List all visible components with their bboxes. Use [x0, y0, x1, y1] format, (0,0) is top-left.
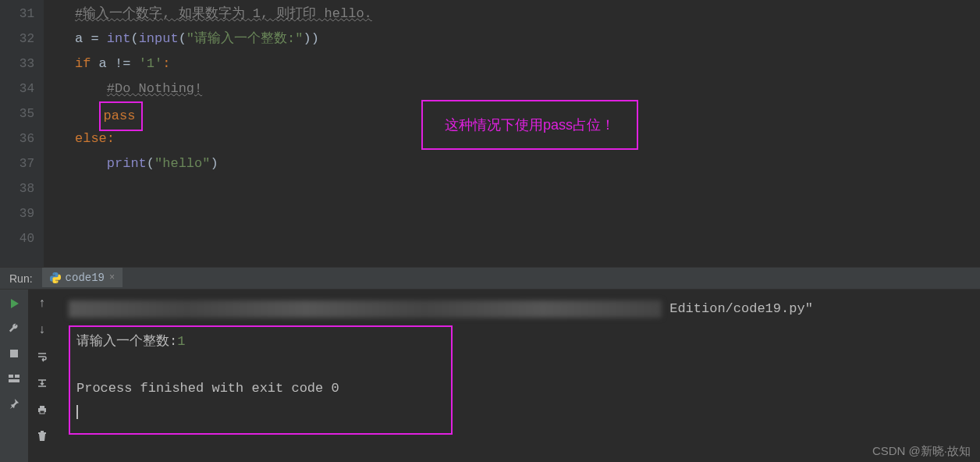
soft-wrap-icon[interactable] [34, 349, 50, 364]
svg-rect-2 [15, 375, 20, 378]
console-line: Process finished with exit code 0 [76, 377, 445, 400]
console-line [76, 354, 445, 377]
close-icon[interactable]: × [109, 272, 115, 283]
line-number: 36 [0, 126, 34, 151]
run-toolbar-primary [0, 290, 28, 462]
scroll-to-end-icon[interactable] [34, 375, 50, 391]
svg-rect-7 [40, 410, 44, 414]
console-line: Edition/code19.py" [69, 297, 968, 321]
code-line: a = int(input("请输入一个整数:")) [75, 27, 980, 52]
run-header: Run: code19 × [0, 268, 980, 290]
run-icon[interactable] [6, 296, 22, 311]
annotation-box: 这种情况下使用pass占位！ [421, 100, 638, 150]
code-line [75, 176, 980, 201]
console-output[interactable]: Edition/code19.py" 请输入一个整数:1 Process fin… [56, 290, 980, 462]
code-line: #Do Nothing! [75, 76, 980, 101]
run-label: Run: [0, 272, 42, 285]
blurred-path [69, 300, 662, 318]
svg-rect-3 [9, 379, 20, 382]
watermark: CSDN @新晓·故知 [872, 444, 971, 459]
line-number: 32 [0, 27, 34, 52]
svg-rect-0 [10, 350, 18, 357]
line-gutter: 31 32 33 34 35 36 37 38 39 40 [0, 0, 44, 267]
code-content[interactable]: #输入一个数字, 如果数字为 1, 则打印 hello. a = int(inp… [44, 0, 980, 267]
code-line [75, 226, 980, 251]
code-line: print("hello") [75, 151, 980, 176]
run-toolbar-secondary: ↑ ↓ [28, 290, 56, 462]
wrench-icon[interactable] [6, 321, 22, 336]
line-number: 38 [0, 176, 34, 201]
line-number: 33 [0, 52, 34, 76]
code-line: #输入一个数字, 如果数字为 1, 则打印 hello. [75, 2, 980, 27]
trash-icon[interactable] [34, 428, 50, 444]
run-tab[interactable]: code19 × [42, 268, 123, 289]
code-editor[interactable]: 31 32 33 34 35 36 37 38 39 40 #输入一个数字, 如… [0, 0, 980, 267]
arrow-up-icon[interactable]: ↑ [34, 296, 50, 311]
line-number: 39 [0, 201, 34, 226]
console-line: 请输入一个整数:1 [76, 330, 445, 354]
code-line: if a != '1': [75, 52, 980, 76]
stop-icon[interactable] [6, 346, 22, 361]
arrow-down-icon[interactable]: ↓ [34, 322, 50, 338]
line-number: 31 [0, 2, 34, 27]
console-line [76, 400, 445, 424]
code-line [75, 201, 980, 226]
run-tab-name: code19 [66, 272, 105, 284]
line-number: 34 [0, 76, 34, 101]
svg-rect-5 [40, 406, 44, 408]
python-icon [50, 272, 61, 283]
line-number: 35 [0, 101, 34, 126]
line-number: 40 [0, 226, 34, 251]
line-number: 37 [0, 151, 34, 176]
layout-icon[interactable] [6, 371, 22, 386]
pin-icon[interactable] [6, 396, 22, 411]
console-highlight-box: 请输入一个整数:1 Process finished with exit cod… [69, 325, 453, 435]
run-panel: Run: code19 × [0, 267, 980, 462]
print-icon[interactable] [34, 402, 50, 418]
svg-rect-1 [9, 375, 13, 378]
